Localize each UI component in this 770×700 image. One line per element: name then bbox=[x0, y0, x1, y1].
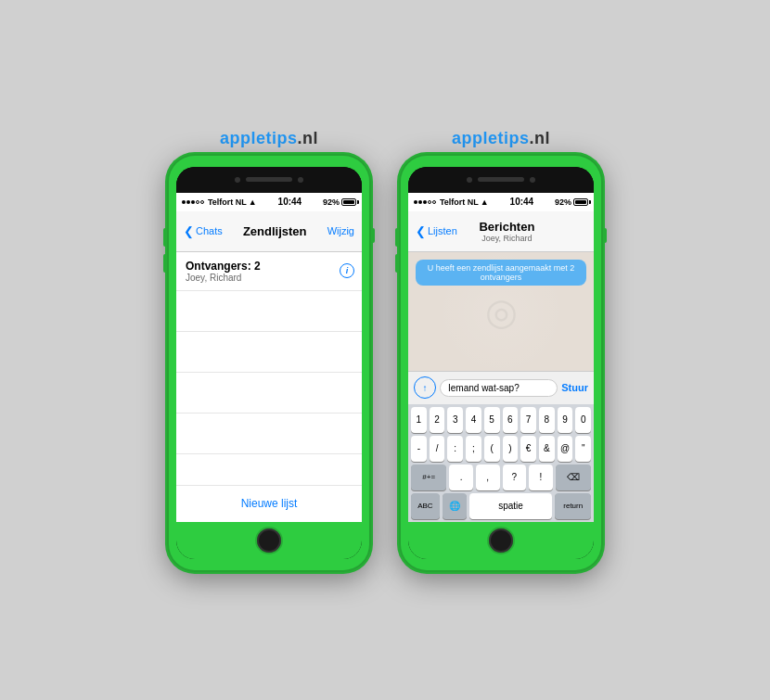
message-input[interactable]: Iemand wat-sap? bbox=[440, 379, 558, 397]
volume-down-button[interactable] bbox=[163, 254, 167, 273]
sensor-dot bbox=[298, 177, 303, 183]
sig5r bbox=[432, 200, 436, 204]
key-row-bottom: ABC 🌐 spatie return bbox=[408, 490, 594, 522]
empty-line-1 bbox=[176, 291, 362, 332]
key-more-symbols[interactable]: #+= bbox=[411, 465, 446, 490]
key-slash[interactable]: / bbox=[430, 436, 445, 462]
key-0[interactable]: 0 bbox=[575, 407, 591, 433]
back-button-right[interactable]: ❮ Lijsten bbox=[416, 224, 457, 238]
key-dash[interactable]: - bbox=[411, 436, 427, 462]
keyboard: 1 2 3 4 5 6 7 8 9 0 - bbox=[408, 404, 594, 522]
nav-bar-left: ❮ Chats Zendlijsten Wijzig bbox=[176, 211, 362, 252]
key-space[interactable]: spatie bbox=[469, 493, 553, 519]
empty-line-2 bbox=[176, 332, 362, 373]
key-amp[interactable]: & bbox=[539, 436, 555, 462]
back-label-left: Chats bbox=[196, 225, 223, 236]
info-icon[interactable]: i bbox=[340, 263, 354, 278]
battery-icon-right bbox=[573, 198, 588, 206]
list-content-left: Ontvangers: 2 Joey, Richard i Nieuwe lij… bbox=[176, 252, 362, 522]
key-8[interactable]: 8 bbox=[539, 407, 555, 433]
key-period[interactable]: . bbox=[449, 465, 473, 490]
system-message: U heeft een zendlijst aangemaakt met 2 o… bbox=[416, 260, 586, 286]
volume-up-button[interactable] bbox=[163, 228, 167, 247]
power-button[interactable] bbox=[371, 228, 375, 243]
battery-pct-left: 92% bbox=[323, 197, 340, 207]
carrier-right: Telfort NL bbox=[440, 197, 479, 207]
volume-down-button-right[interactable] bbox=[395, 254, 399, 273]
brand-prefix: appletips bbox=[220, 129, 298, 147]
key-row-3: #+= . , ? ! ⌫ bbox=[408, 462, 594, 490]
key-return[interactable]: return bbox=[555, 493, 591, 519]
key-question[interactable]: ? bbox=[503, 465, 527, 490]
key-exclaim[interactable]: ! bbox=[529, 465, 553, 490]
key-at[interactable]: @ bbox=[558, 436, 573, 462]
list-item-subtitle: Joey, Richard bbox=[186, 273, 353, 283]
key-3[interactable]: 3 bbox=[447, 407, 463, 433]
sig3r bbox=[423, 200, 427, 204]
key-9[interactable]: 9 bbox=[558, 407, 573, 433]
key-euro[interactable]: € bbox=[520, 436, 536, 462]
key-5[interactable]: 5 bbox=[484, 407, 500, 433]
signal-indicator-right bbox=[414, 200, 436, 204]
power-button-right[interactable] bbox=[603, 228, 607, 243]
empty-line-3 bbox=[176, 373, 362, 414]
brand-right: appletips.nl bbox=[452, 129, 550, 148]
empty-line-4 bbox=[176, 414, 362, 454]
status-right-left: 92% bbox=[323, 197, 356, 207]
iphone-left: Telfort NL ▲ 10:44 92% bbox=[167, 154, 371, 572]
sig1 bbox=[182, 200, 186, 204]
status-left-right: Telfort NL ▲ bbox=[414, 197, 489, 207]
key-abc[interactable]: ABC bbox=[411, 493, 440, 519]
sig3 bbox=[191, 200, 195, 204]
nav-title-right: Berichten Joey, Richard bbox=[457, 220, 557, 243]
new-list-button[interactable]: Nieuwe lijst bbox=[176, 485, 362, 522]
back-button-left[interactable]: ❮ Chats bbox=[184, 224, 223, 238]
sensor-dot-right bbox=[530, 177, 535, 183]
key-6[interactable]: 6 bbox=[503, 407, 519, 433]
home-button-left[interactable] bbox=[255, 527, 283, 554]
iphone-right: Telfort NL ▲ 10:44 92% bbox=[399, 154, 603, 572]
key-4[interactable]: 4 bbox=[466, 407, 481, 433]
empty-lines bbox=[176, 291, 362, 454]
home-btn-area-right bbox=[408, 522, 594, 559]
wifi-icon-left: ▲ bbox=[249, 197, 257, 207]
brand-prefix-right: appletips bbox=[452, 129, 530, 147]
key-comma[interactable]: , bbox=[476, 465, 500, 490]
key-open-paren[interactable]: ( bbox=[484, 436, 500, 462]
key-close-paren[interactable]: ) bbox=[503, 436, 519, 462]
sig4 bbox=[196, 200, 199, 204]
home-button-right[interactable] bbox=[487, 527, 515, 554]
speaker-bar bbox=[246, 177, 292, 182]
status-right-right: 92% bbox=[555, 197, 588, 207]
key-2[interactable]: 2 bbox=[430, 407, 445, 433]
nav-action-left[interactable]: Wijzig bbox=[327, 225, 354, 236]
new-list-label: Nieuwe lijst bbox=[241, 497, 298, 510]
key-row-numbers: 1 2 3 4 5 6 7 8 9 0 bbox=[408, 404, 594, 433]
screen-right: Telfort NL ▲ 10:44 92% bbox=[408, 193, 594, 522]
screen-left: Telfort NL ▲ 10:44 92% bbox=[176, 193, 362, 522]
list-item-1[interactable]: Ontvangers: 2 Joey, Richard i bbox=[176, 252, 362, 291]
nav-bar-right: ❮ Lijsten Berichten Joey, Richard bbox=[408, 211, 594, 252]
key-1[interactable]: 1 bbox=[411, 407, 427, 433]
chevron-icon-right: ❮ bbox=[416, 224, 426, 238]
carrier-left: Telfort NL bbox=[208, 197, 247, 207]
input-area: ↑ Iemand wat-sap? Stuur bbox=[408, 371, 594, 404]
key-globe[interactable]: 🌐 bbox=[443, 493, 467, 519]
volume-up-button-right[interactable] bbox=[395, 228, 399, 247]
status-bar-left: Telfort NL ▲ 10:44 92% bbox=[176, 193, 362, 211]
key-7[interactable]: 7 bbox=[520, 407, 536, 433]
battery-icon-left bbox=[341, 198, 356, 206]
chevron-icon-left: ❮ bbox=[184, 224, 194, 238]
time-left: 10:44 bbox=[278, 197, 302, 207]
voice-button[interactable]: ↑ bbox=[414, 376, 436, 399]
brand-left: appletips.nl bbox=[220, 129, 318, 148]
scene: appletips.nl bbox=[0, 0, 770, 700]
key-colon[interactable]: : bbox=[447, 436, 463, 462]
key-delete[interactable]: ⌫ bbox=[556, 465, 591, 490]
status-left: Telfort NL ▲ bbox=[182, 197, 257, 207]
status-bar-right: Telfort NL ▲ 10:44 92% bbox=[408, 193, 594, 211]
iphone-right-inner: Telfort NL ▲ 10:44 92% bbox=[408, 167, 594, 559]
send-button[interactable]: Stuur bbox=[561, 382, 588, 393]
key-semicolon[interactable]: ; bbox=[466, 436, 481, 462]
key-quote[interactable]: " bbox=[575, 436, 591, 462]
